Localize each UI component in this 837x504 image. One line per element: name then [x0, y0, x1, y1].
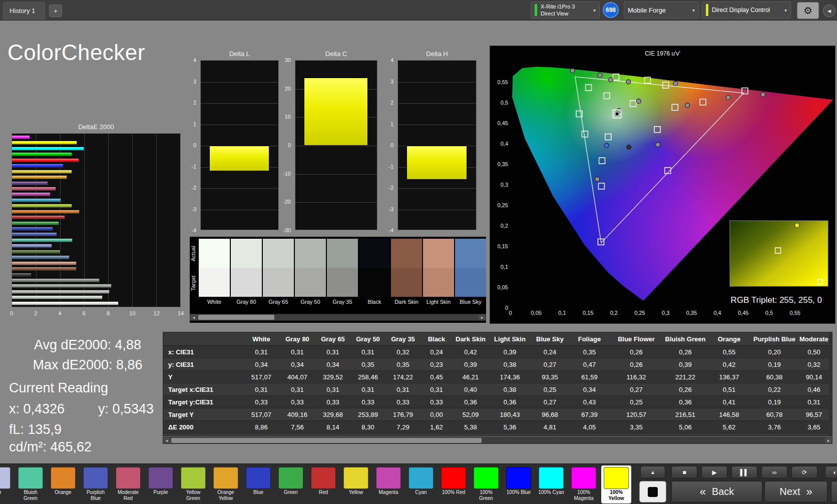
scrollbar-track[interactable]: [197, 314, 479, 320]
pattern-window-button[interactable]: [639, 481, 666, 502]
value-cell: 0,31: [315, 383, 350, 396]
up-arrow-icon: ▲: [650, 469, 655, 475]
display-control-selector[interactable]: Direct Display Control ▾: [702, 2, 791, 19]
axis-tick-label: 2: [193, 99, 196, 106]
patch-tile[interactable]: Yellow Green: [178, 465, 208, 503]
patch-tile[interactable]: Orange: [48, 465, 78, 503]
patch-tile[interactable]: 100% Red: [439, 465, 469, 503]
deltae-bar: [12, 273, 32, 277]
patch-column: White: [199, 239, 230, 309]
patch-tile-label: Moderate Red: [113, 489, 143, 501]
patch-color-swatch: [571, 467, 596, 489]
scroll-left-arrow-icon[interactable]: ◂: [190, 314, 197, 320]
value-cell: 0,31: [350, 346, 385, 358]
deltae-bar: [12, 301, 119, 305]
value-cell: 0,31: [799, 396, 829, 408]
back-button[interactable]: « Back: [671, 481, 762, 502]
axis-tick-label: 30: [285, 57, 291, 64]
value-cell: 0,19: [750, 358, 799, 371]
patch-tile[interactable]: Yellow: [341, 465, 371, 503]
scrollbar-thumb[interactable]: [171, 438, 482, 443]
value-cell: 10,69: [662, 433, 708, 437]
stop-button[interactable]: ■: [671, 466, 697, 478]
meter-count-badge[interactable]: 698: [603, 2, 619, 18]
column-header: Blue Flower: [610, 332, 662, 346]
value-cell: 96,57: [799, 408, 829, 421]
swatch-strip-scrollbar[interactable]: ◂ ▸: [190, 314, 486, 321]
axis-tick-label: 4: [390, 57, 393, 64]
patch-tile[interactable]: 100% Blue: [504, 465, 534, 503]
measurement-table-panel: WhiteGray 80Gray 65Gray 50Gray 35BlackDa…: [163, 332, 832, 436]
value-cell: 0,27: [531, 358, 569, 371]
row-header: Y: [163, 371, 243, 383]
table-row: Target x:CIE310,310,310,310,310,310,310,…: [163, 383, 829, 396]
patch-color-swatch: [246, 467, 271, 489]
add-tab-button[interactable]: +: [49, 5, 62, 17]
patch-color-swatch: [116, 467, 141, 489]
patch-tile-label: Orange Yellow: [211, 489, 241, 501]
tab-history-1[interactable]: History 1: [3, 2, 45, 20]
value-cell: 67,39: [569, 408, 610, 421]
column-header: Orange: [708, 332, 750, 346]
settings-button[interactable]: ⚙: [797, 2, 819, 19]
meter-selector[interactable]: X-Rite i1Pro 3 Direct View ▾: [531, 2, 600, 19]
value-cell: 7,91: [531, 433, 569, 437]
value-cell: 0,35: [569, 346, 610, 358]
source-selector[interactable]: Mobile Forge ▾: [624, 2, 699, 19]
axis-tick-label: 3: [390, 78, 393, 85]
axis-tick-label: 0,2: [501, 223, 508, 229]
patch-tile[interactable]: Cyan: [406, 465, 436, 503]
patch-tile[interactable]: 100% Magenta: [569, 465, 599, 503]
value-cell: 0,33: [350, 396, 385, 408]
patch-tile[interactable]: Green: [276, 465, 306, 503]
collapse-panel-button[interactable]: ◀: [823, 5, 835, 17]
delta-c-chart: [295, 60, 377, 230]
play-button[interactable]: ▶: [701, 466, 727, 478]
scroll-left-arrow-icon[interactable]: ◂: [163, 437, 170, 443]
table-scrollbar[interactable]: ◂ ▸: [163, 437, 832, 444]
patch-tile[interactable]: 100% Green: [471, 465, 501, 503]
value-cell: 60,38: [750, 371, 799, 383]
deltae-bar: [12, 192, 51, 196]
scroll-up-button[interactable]: ▲: [640, 466, 665, 478]
loop-button[interactable]: ∞: [761, 466, 787, 478]
axis-tick-label: 0: [505, 305, 508, 311]
deltae-bar: [12, 187, 56, 191]
patch-tile[interactable]: Blue: [243, 465, 273, 503]
value-cell: 7,56: [279, 421, 315, 433]
value-cell: 146,58: [708, 408, 750, 421]
scrollbar-thumb[interactable]: [198, 315, 274, 320]
value-cell: 0,24: [531, 346, 569, 358]
patch-tile[interactable]: Bluish Green: [16, 465, 46, 503]
axis-tick-label: 8: [103, 310, 113, 316]
patch-tile-label: 100% Blue: [504, 489, 534, 495]
patch-name: Dark Skin: [391, 297, 422, 307]
split-view-button[interactable]: ◐: [825, 466, 837, 478]
table-row: x: CIE310,310,310,310,310,320,240,420,39…: [163, 346, 829, 358]
patch-tile-label: Blue: [243, 489, 273, 495]
value-cell: 32,38: [708, 433, 750, 437]
patch-tile[interactable]: Purple: [146, 465, 176, 503]
scroll-right-arrow-icon[interactable]: ▸: [825, 437, 832, 443]
next-button[interactable]: Next »: [764, 481, 827, 502]
next-chevrons-icon: »: [806, 485, 812, 498]
value-cell: 0,33: [421, 396, 453, 408]
patch-tile[interactable]: Moderate Red: [113, 465, 143, 503]
patch-tile[interactable]: Purplish Blue: [81, 465, 111, 503]
patch-tile[interactable]: 100% Cyan: [536, 465, 566, 503]
patch-tile[interactable]: Magenta: [373, 465, 403, 503]
axis-tick-label: -2: [388, 184, 393, 191]
value-cell: 7,35: [350, 433, 385, 437]
refresh-button[interactable]: ⟳: [791, 466, 817, 478]
edge-button[interactable]: [831, 481, 837, 502]
column-header: White: [243, 332, 279, 346]
pause-button[interactable]: ▌▌: [731, 466, 757, 478]
scroll-right-arrow-icon[interactable]: ▸: [479, 314, 486, 320]
scrollbar-track[interactable]: [170, 437, 825, 443]
patch-tile[interactable]: Red: [308, 465, 338, 503]
patch-tile-selected[interactable]: 100% Yellow: [601, 465, 631, 503]
patch-tile[interactable]: Orange Yellow: [211, 465, 241, 503]
measured-point-marker: [626, 80, 631, 84]
patch-tile[interactable]: ver: [0, 465, 13, 503]
deltae-bar: [12, 215, 65, 219]
